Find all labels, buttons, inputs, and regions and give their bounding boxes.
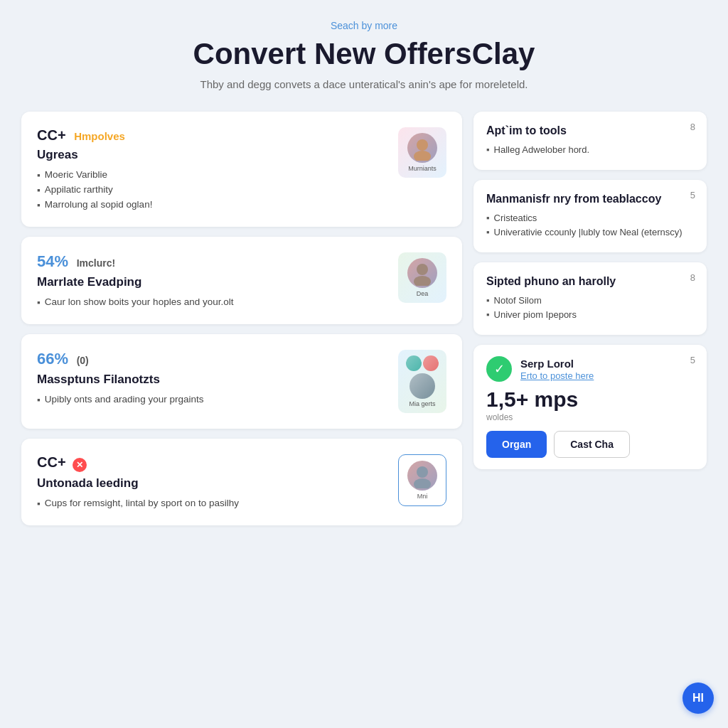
right-card3-badge: 8 xyxy=(690,272,695,283)
list-item: Notof Silom xyxy=(486,295,694,306)
card4-badge: CC+ ✕ xyxy=(37,454,387,472)
svg-point-3 xyxy=(414,276,431,286)
list-item: Univerativie ccounly |lubly tow Neal (et… xyxy=(486,227,694,237)
main-content: CC+ Hmpolves Ugreas Moeric Variblie Appi… xyxy=(0,105,728,547)
card-1: CC+ Hmpolves Ugreas Moeric Variblie Appi… xyxy=(21,112,462,227)
avatar-circle xyxy=(407,258,437,288)
list-item: Appilatic rarthity xyxy=(37,184,387,196)
avatar-multi xyxy=(406,355,439,371)
list-item: Moeric Variblie xyxy=(37,169,387,181)
card4-list: Cups for remsight, lintal by sport on to… xyxy=(37,498,387,509)
bottom-stat-sub: woldes xyxy=(486,412,694,422)
avatar-big xyxy=(410,373,435,399)
svg-point-2 xyxy=(417,264,428,275)
card1-title: Ugreas xyxy=(37,148,387,162)
right-card3-title: Sipted phuno an harolly xyxy=(486,275,694,288)
list-item: Upibly onts and arading your prgaints xyxy=(37,394,387,405)
card2-avatar-card: Dea xyxy=(398,252,446,303)
avatar-circle xyxy=(407,133,437,163)
card3-avatar-card: Mia gerts xyxy=(398,350,446,413)
svg-point-5 xyxy=(414,478,431,488)
page-title: Convert New OffersClay xyxy=(0,37,728,71)
right-card-3: 8 Sipted phuno an harolly Notof Silom Un… xyxy=(473,262,707,335)
card2-title: Marrlate Evadping xyxy=(37,275,387,289)
card1-avatar-card: Murniants xyxy=(398,127,446,178)
svg-point-4 xyxy=(417,466,428,478)
card3-title: Massptuns Filanotzts xyxy=(37,373,387,387)
cast-cha-button[interactable]: Cast Cha xyxy=(554,431,630,458)
card1-image-label: Murniants xyxy=(408,165,437,172)
svg-point-0 xyxy=(417,139,428,151)
list-item: Halleg Adwelober hord. xyxy=(486,144,694,155)
svg-point-1 xyxy=(414,151,431,161)
card2-image-label: Dea xyxy=(417,290,429,297)
check-circle-icon: ✓ xyxy=(486,356,512,382)
avatar-sm-2 xyxy=(423,355,439,371)
card-3: 66% (0) Massptuns Filanotzts Upibly onts… xyxy=(21,334,462,429)
list-item: Marrolung al sopid oglan! xyxy=(37,199,387,210)
right-card-2: 5 Manmanisfr nry from teablaccoy Cristea… xyxy=(473,180,707,252)
bottom-card-link[interactable]: Erto to poste here xyxy=(520,370,594,381)
card3-list: Upibly onts and arading your prgaints xyxy=(37,394,387,405)
card2-badge: 54% Imclurc! xyxy=(37,252,387,271)
card3-image-area: Mia gerts xyxy=(398,350,446,416)
bottom-stat: 1,5+ mps xyxy=(486,387,694,412)
card2-list: Caur lon show boits your hoples and your… xyxy=(37,296,387,308)
page-header: Seach by more Convert New OffersClay Thb… xyxy=(0,0,728,105)
page-subtitle: Thby and degg convets a dace unteratical… xyxy=(0,78,728,90)
right-card2-badge: 5 xyxy=(690,190,695,200)
card-4: CC+ ✕ Untonada leeding Cups for remsight… xyxy=(21,439,462,525)
right-card2-title: Manmanisfr nry from teablaccoy xyxy=(486,193,694,205)
right-card1-list: Halleg Adwelober hord. xyxy=(486,144,694,155)
card1-list: Moeric Variblie Appilatic rarthity Marro… xyxy=(37,169,387,210)
card1-image-area: Murniants xyxy=(398,127,446,181)
hi-chat-button[interactable]: HI xyxy=(682,682,714,714)
right-card1-title: Apt`im to tools xyxy=(486,124,694,137)
list-item: Cristeatics xyxy=(486,213,694,223)
card3-image-label: Mia gerts xyxy=(409,400,435,407)
card3-badge: 66% (0) xyxy=(37,350,387,368)
left-column: CC+ Hmpolves Ugreas Moeric Variblie Appi… xyxy=(21,112,462,525)
right-card-1: 8 Apt`im to tools Halleg Adwelober hord. xyxy=(473,112,707,170)
organ-button[interactable]: Organ xyxy=(486,431,547,458)
card4-image-area: Mni xyxy=(398,454,446,509)
list-item: Cups for remsight, lintal by sport on to… xyxy=(37,498,387,509)
bottom-card-badge: 5 xyxy=(690,355,695,365)
right-card2-list: Cristeatics Univerativie ccounly |lubly … xyxy=(486,213,694,237)
card-2: 54% Imclurc! Marrlate Evadping Caur lon … xyxy=(21,237,462,324)
avatar-circle xyxy=(407,461,437,491)
card1-badge: CC+ Hmpolves xyxy=(37,127,387,144)
list-item: Univer piom Ipepors xyxy=(486,309,694,320)
badge-red-icon: ✕ xyxy=(73,458,87,472)
bottom-card-label: Serp Lorol xyxy=(520,358,574,370)
bottom-buttons: Organ Cast Cha xyxy=(486,431,694,458)
bottom-card: 5 ✓ Serp Lorol Erto to poste here 1,5+ m… xyxy=(473,345,707,469)
right-column: 8 Apt`im to tools Halleg Adwelober hord.… xyxy=(473,112,707,525)
list-item: Caur lon show boits your hoples and your… xyxy=(37,296,387,308)
search-link[interactable]: Seach by more xyxy=(0,20,728,31)
card2-image-area: Dea xyxy=(398,252,446,306)
card4-title: Untonada leeding xyxy=(37,476,387,491)
right-card1-badge: 8 xyxy=(690,122,695,132)
right-card3-list: Notof Silom Univer piom Ipepors xyxy=(486,295,694,320)
avatar-sm-1 xyxy=(406,355,422,371)
card4-avatar-card: Mni xyxy=(398,454,446,506)
bottom-card-top: ✓ Serp Lorol Erto to poste here xyxy=(486,356,694,382)
card4-image-label: Mni xyxy=(417,493,428,500)
